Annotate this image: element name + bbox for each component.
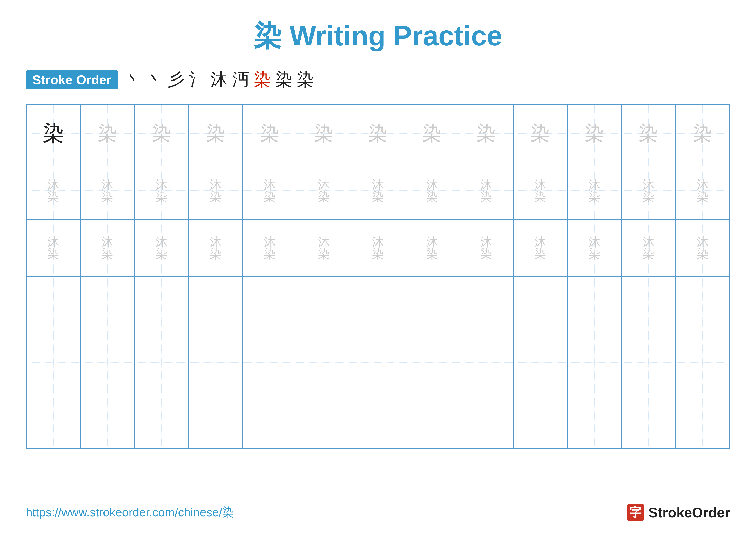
stroke-5: 沐	[210, 68, 228, 91]
grid-cell-r3c6[interactable]	[351, 277, 405, 334]
grid-cell-r4c4[interactable]	[243, 334, 297, 391]
grid-cell-r1c0[interactable]: 沐 染	[26, 162, 80, 219]
grid-cell-r5c7[interactable]	[405, 391, 459, 448]
grid-cell-r1c4[interactable]: 沐 染	[243, 162, 297, 219]
grid-cell-r5c12[interactable]	[676, 391, 730, 448]
grid-cell-r5c3[interactable]	[189, 391, 243, 448]
grid-cell-r0c10[interactable]: 染	[567, 105, 622, 162]
grid-cell-r4c1[interactable]	[80, 334, 134, 391]
stroke-6: 沔	[232, 68, 249, 91]
grid-cell-r0c12[interactable]: 染	[676, 105, 730, 162]
grid-cell-r1c12[interactable]: 沐 染	[676, 162, 730, 219]
grid-cell-r0c9[interactable]: 染	[513, 105, 567, 162]
grid-cell-r5c9[interactable]	[513, 391, 567, 448]
grid-cell-r2c0[interactable]: 沐 染	[26, 219, 80, 277]
grid-cell-r2c3[interactable]: 沐 染	[189, 219, 243, 277]
grid-cell-r0c8[interactable]: 染	[459, 105, 513, 162]
grid-cell-r3c5[interactable]	[297, 277, 351, 334]
grid-cell-r1c8[interactable]: 沐 染	[459, 162, 513, 219]
cell-char-two: 沐 染	[426, 179, 438, 202]
grid-cell-r1c7[interactable]: 沐 染	[405, 162, 459, 219]
grid-cell-r0c5[interactable]: 染	[297, 105, 351, 162]
cell-char-two: 沐 染	[210, 236, 222, 260]
grid-cell-r5c6[interactable]	[351, 391, 405, 448]
grid-cell-r2c1[interactable]: 沐 染	[80, 219, 134, 277]
grid-cell-r3c4[interactable]	[243, 277, 297, 334]
grid-cell-r0c3[interactable]: 染	[189, 105, 243, 162]
cell-char-two: 沐 染	[264, 236, 276, 260]
cell-char: 染	[530, 124, 550, 143]
grid-cell-r3c11[interactable]	[622, 277, 676, 334]
grid-cell-r5c10[interactable]	[567, 391, 622, 448]
grid-cell-r4c3[interactable]	[189, 334, 243, 391]
grid-cell-r3c8[interactable]	[459, 277, 513, 334]
grid-cell-r2c9[interactable]: 沐 染	[513, 219, 567, 277]
footer-url: https://www.strokeorder.com/chinese/染	[26, 504, 234, 521]
grid-cell-r2c12[interactable]: 沐 染	[676, 219, 730, 277]
grid-cell-r1c5[interactable]: 沐 染	[297, 162, 351, 219]
grid-cell-r1c1[interactable]: 沐 染	[80, 162, 134, 219]
grid-cell-r4c9[interactable]	[513, 334, 567, 391]
cell-char-two: 沐 染	[480, 179, 492, 202]
grid-cell-r4c11[interactable]	[622, 334, 676, 391]
grid-cell-r3c1[interactable]	[80, 277, 134, 334]
grid-cell-r4c6[interactable]	[351, 334, 405, 391]
brand-icon: 字	[627, 504, 644, 521]
grid-cell-r5c8[interactable]	[459, 391, 513, 448]
grid-cell-r0c7[interactable]: 染	[405, 105, 459, 162]
cell-char-two: 沐 染	[156, 236, 168, 260]
grid-cell-r3c12[interactable]	[676, 277, 730, 334]
grid-cell-r4c12[interactable]	[676, 334, 730, 391]
cell-char: 染	[98, 124, 117, 143]
cell-char-two: 沐 染	[426, 236, 438, 260]
grid-cell-r0c11[interactable]: 染	[622, 105, 676, 162]
grid-cell-r3c7[interactable]	[405, 277, 459, 334]
cell-char-two: 沐 染	[318, 179, 330, 202]
grid-cell-r5c1[interactable]	[80, 391, 134, 448]
grid-cell-r1c11[interactable]: 沐 染	[622, 162, 676, 219]
grid-cell-r4c10[interactable]	[567, 334, 622, 391]
grid-cell-r2c6[interactable]: 沐 染	[351, 219, 405, 277]
grid-cell-r4c2[interactable]	[134, 334, 189, 391]
grid-cell-r3c9[interactable]	[513, 277, 567, 334]
grid-cell-r1c3[interactable]: 沐 染	[189, 162, 243, 219]
grid-cell-r0c2[interactable]: 染	[134, 105, 189, 162]
grid-cell-r1c10[interactable]: 沐 染	[567, 162, 622, 219]
grid-cell-r4c5[interactable]	[297, 334, 351, 391]
grid-cell-r2c2[interactable]: 沐 染	[134, 219, 189, 277]
cell-char: 染	[368, 124, 388, 143]
grid-cell-r3c10[interactable]	[567, 277, 622, 334]
grid-cell-r5c5[interactable]	[297, 391, 351, 448]
grid-cell-r5c4[interactable]	[243, 391, 297, 448]
grid-cell-r3c3[interactable]	[189, 277, 243, 334]
cell-char-two: 沐 染	[643, 236, 655, 260]
grid-cell-r0c4[interactable]: 染	[243, 105, 297, 162]
grid-cell-r3c2[interactable]	[134, 277, 189, 334]
grid-cell-r1c2[interactable]: 沐 染	[134, 162, 189, 219]
cell-char-two: 沐 染	[156, 179, 168, 202]
stroke-2: 丶	[146, 68, 163, 91]
cell-char-two: 沐 染	[101, 236, 113, 260]
grid-cell-r5c0[interactable]	[26, 391, 80, 448]
grid-cell-r0c1[interactable]: 染	[80, 105, 134, 162]
grid-cell-r0c6[interactable]: 染	[351, 105, 405, 162]
grid-cell-r4c7[interactable]	[405, 334, 459, 391]
cell-char-two: 沐 染	[588, 236, 600, 260]
cell-char-two: 沐 染	[210, 179, 222, 202]
cell-char-two: 沐 染	[47, 236, 59, 260]
grid-cell-r2c7[interactable]: 沐 染	[405, 219, 459, 277]
grid-cell-r5c2[interactable]	[134, 391, 189, 448]
grid-cell-r2c8[interactable]: 沐 染	[459, 219, 513, 277]
grid-cell-r4c0[interactable]	[26, 334, 80, 391]
grid-cell-r2c10[interactable]: 沐 染	[567, 219, 622, 277]
grid-cell-r2c4[interactable]: 沐 染	[243, 219, 297, 277]
grid-cell-r3c0[interactable]	[26, 277, 80, 334]
grid-cell-r0c0[interactable]: 染	[26, 105, 80, 162]
grid-cell-r2c11[interactable]: 沐 染	[622, 219, 676, 277]
cell-char: 染	[476, 124, 496, 143]
grid-cell-r1c6[interactable]: 沐 染	[351, 162, 405, 219]
grid-cell-r5c11[interactable]	[622, 391, 676, 448]
grid-cell-r1c9[interactable]: 沐 染	[513, 162, 567, 219]
grid-cell-r4c8[interactable]	[459, 334, 513, 391]
grid-cell-r2c5[interactable]: 沐 染	[297, 219, 351, 277]
